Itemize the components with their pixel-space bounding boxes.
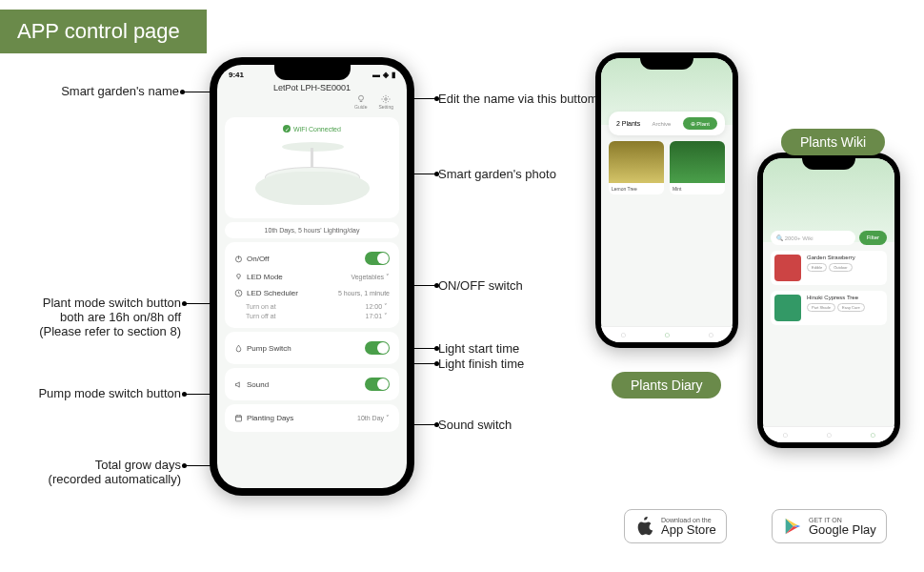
nav-item[interactable]: ▢ [621,332,626,337]
led-mode-label: LED Mode [234,273,283,281]
main-phone-mockup: 9:41 ▬◈▮ LetPot LPH-SE0001 Guide Setting… [210,57,414,496]
turn-off-label: Turn off at [246,313,276,320]
annotation-sound: Sound switch [438,418,512,432]
battery-icon: ▮ [392,71,395,79]
archive-link[interactable]: Archive [652,121,671,127]
google-play-icon [782,516,803,537]
annotation-light-start: Light start time [438,341,519,356]
guide-button[interactable]: Guide [354,94,367,110]
led-mode-dropdown[interactable]: Vegetables ˅ [351,274,390,281]
sound-toggle[interactable] [365,378,390,391]
plant-thumb [609,141,664,183]
nav-item[interactable]: ▢ [709,332,713,337]
plant-card[interactable]: Lemon Tree [609,141,664,194]
svg-rect-5 [236,416,242,421]
pump-toggle[interactable] [365,341,390,355]
google-play-badge[interactable]: GET IT ONGoogle Play [772,509,887,543]
annotation-light-finish: Light finish time [438,357,524,371]
nav-item[interactable]: ▢ [783,432,788,438]
diary-phone-mockup: 2 Plants Archive ⊕ Plant Lemon Tree Mint… [595,52,738,348]
onoff-label: On/Off [234,255,269,263]
wifi-dot-icon: ✓ [283,125,291,133]
nav-item[interactable]: ▢ [871,432,875,438]
annotation-edit-name: Edit the name via this buttom [438,92,598,106]
wiki-phone-mockup: 🔍 2000+ Wiki Filter Garden Strawberry Ed… [757,153,900,448]
annotation-garden-name: Smart garden's name [27,84,179,98]
wiki-search-input[interactable]: 🔍 2000+ Wiki [771,231,855,245]
nav-item[interactable]: ▢ [827,432,832,438]
svg-point-1 [385,98,388,101]
svg-point-3 [237,275,241,278]
sound-label: Sound [234,380,269,389]
annotation-pump-mode: Pump mode switch button [19,386,181,400]
wiki-badge: Plants Wiki [781,129,885,155]
wiki-filter-button[interactable]: Filter [859,231,887,245]
wifi-icon: ◈ [383,71,389,79]
clock-icon [234,289,243,297]
turn-off-time[interactable]: 17:01 ˅ [366,313,388,320]
phone-notch [274,65,351,80]
plant-button[interactable]: ⊕ Plant [683,117,717,130]
wiki-item[interactable]: Garden Strawberry EdibleOutdoor [771,251,887,285]
power-icon [234,255,243,263]
bulb-icon [234,273,243,281]
annotation-garden-photo: Smart garden's photo [438,167,556,181]
apple-icon [634,516,655,537]
summary-bar: 10th Days, 5 hours' Lighting/day [225,222,399,238]
gear-icon [381,94,391,104]
wifi-status: ✓ WiFi Connected [232,125,392,133]
nav-item[interactable]: ▢ [665,332,670,337]
onoff-toggle[interactable] [365,252,390,265]
signal-icon: ▬ [372,71,380,79]
device-name: LetPot LPH-SE0001 [217,83,407,92]
svg-point-0 [358,95,363,100]
page-title-badge: APP control page [0,10,207,53]
garden-image [255,138,370,205]
wiki-thumb [774,255,801,281]
annotation-onoff: ON/OFF switch [438,278,523,293]
scheduler-label: LED Scheduler [234,289,298,297]
calendar-icon [234,414,243,422]
sound-icon [234,380,243,389]
wiki-item[interactable]: Hinoki Cypress Tree Part ShadeEasy Care [771,291,887,325]
diary-badge: Plants Diary [612,372,721,398]
garden-photo-card: ✓ WiFi Connected [225,117,399,218]
plant-count: 2 Plants [616,120,640,127]
bottom-nav: ▢ ▢ ▢ [763,426,894,442]
wiki-thumb [774,295,801,321]
planting-days-label: Planting Days [234,414,293,422]
settings-button[interactable]: Setting [378,94,393,110]
plant-thumb [670,141,725,183]
wiki-illustration [763,158,894,242]
turn-on-label: Turn on at [246,303,276,311]
annotation-total-days: Total grow days (recorded automatically) [38,458,181,486]
plant-card[interactable]: Mint [670,141,725,194]
bottom-nav: ▢ ▢ ▢ [601,326,733,342]
pump-label: Pump Switch [234,344,291,353]
water-icon [234,344,243,353]
scheduler-value: 5 hours, 1 minute [338,290,390,296]
bulb-icon [356,94,366,104]
planting-days-value[interactable]: 10th Day ˅ [357,415,390,422]
annotation-plant-mode: Plant mode switch button both are 16h on… [10,296,181,338]
turn-on-time[interactable]: 12:00 ˅ [366,303,388,311]
app-store-badge[interactable]: Download on theApp Store [624,509,727,543]
